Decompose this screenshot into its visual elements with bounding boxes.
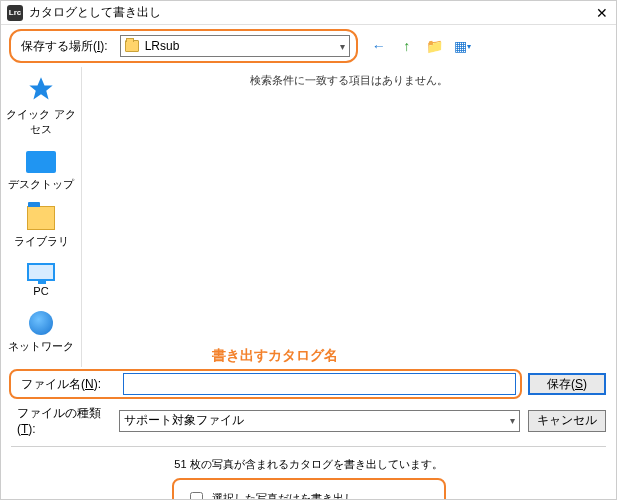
file-browse-area: 検索条件に一致する項目はありません。 書き出すカタログ名	[81, 67, 616, 367]
toolbar-icons: ← ↑ 📁 ▦▾	[370, 37, 472, 55]
pc-icon	[27, 263, 55, 281]
sidebar-item-library[interactable]: ライブラリ	[1, 206, 81, 249]
sidebar-item-pc[interactable]: PC	[1, 263, 81, 297]
annotation-label: 書き出すカタログ名	[212, 347, 338, 365]
library-icon	[27, 206, 55, 230]
filetype-label: ファイルの種類(T):	[11, 405, 111, 436]
up-icon[interactable]: ↑	[398, 37, 416, 55]
save-button[interactable]: 保存(S)	[528, 373, 606, 395]
app-icon: Lrc	[7, 5, 23, 21]
new-folder-icon[interactable]: 📁	[426, 37, 444, 55]
close-icon[interactable]: ✕	[594, 5, 610, 21]
info-text: 51 枚の写真が含まれるカタログを書き出しています。	[1, 453, 616, 480]
filename-input[interactable]	[123, 373, 516, 395]
view-menu-icon[interactable]: ▦▾	[454, 37, 472, 55]
location-row: 保存する場所(I): LRsub ▾ ← ↑ 📁 ▦▾	[1, 25, 616, 67]
opt-selected-only[interactable]: 選択した写真だけを書き出し	[186, 488, 432, 500]
chevron-down-icon: ▾	[340, 41, 345, 52]
network-icon	[29, 311, 53, 335]
folder-icon	[125, 40, 139, 52]
filename-row: ファイル名(N): 保存(S)	[1, 367, 616, 401]
filetype-select[interactable]: サポート対象ファイル ▾	[119, 410, 520, 432]
cancel-button[interactable]: キャンセル	[528, 410, 606, 432]
window-title: カタログとして書き出し	[29, 4, 594, 21]
divider	[11, 446, 606, 447]
desktop-icon	[26, 151, 56, 173]
empty-message: 検索条件に一致する項目はありません。	[86, 71, 612, 88]
filetype-row: ファイルの種類(T): サポート対象ファイル ▾ キャンセル	[1, 401, 616, 440]
chevron-down-icon: ▾	[510, 415, 515, 426]
sidebar-item-network[interactable]: ネットワーク	[1, 311, 81, 354]
opt-selected-only-check[interactable]	[190, 492, 203, 500]
location-select[interactable]: LRsub ▾	[120, 35, 350, 57]
location-label: 保存する場所(I):	[17, 38, 112, 55]
svg-marker-0	[29, 77, 52, 99]
titlebar: Lrc カタログとして書き出し ✕	[1, 1, 616, 25]
location-value: LRsub	[145, 39, 180, 53]
export-options: 選択した写真だけを書き出し 元画像を書き出し スマートプレビューを生成および含め…	[174, 480, 444, 500]
sidebar-item-quick-access[interactable]: クイック アクセス	[1, 75, 81, 137]
sidebar-item-desktop[interactable]: デスクトップ	[1, 151, 81, 192]
star-icon	[27, 75, 55, 103]
filename-label: ファイル名(N):	[15, 376, 115, 393]
main-area: クイック アクセス デスクトップ ライブラリ PC ネットワーク 検索条件に一致…	[1, 67, 616, 367]
places-sidebar: クイック アクセス デスクトップ ライブラリ PC ネットワーク	[1, 67, 81, 367]
back-icon[interactable]: ←	[370, 37, 388, 55]
